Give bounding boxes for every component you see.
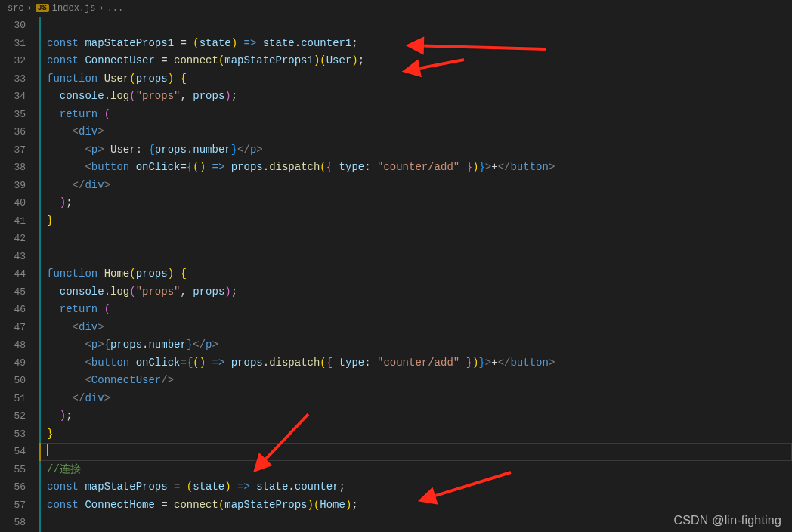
line-number: 47	[0, 319, 26, 337]
code-line[interactable]: return (	[39, 106, 792, 124]
code-line[interactable]	[39, 248, 792, 266]
line-number: 46	[0, 301, 26, 319]
code-line[interactable]: function Home(props) {	[39, 265, 792, 283]
code-line[interactable]: <p>{props.number}</p>	[39, 336, 792, 354]
line-number: 52	[0, 407, 26, 425]
code-line[interactable]: console.log("props", props);	[39, 88, 792, 106]
line-number: 35	[0, 106, 26, 124]
line-number: 33	[0, 70, 26, 88]
code-line[interactable]: <ConnectUser/>	[39, 372, 792, 390]
line-number: 43	[0, 248, 26, 266]
watermark: CSDN @lin-fighting	[673, 514, 781, 527]
code-line[interactable]: }	[39, 425, 792, 444]
js-file-icon: JS	[36, 4, 49, 12]
line-number: 37	[0, 141, 26, 159]
code-line[interactable]: const ConnectHome = connect(mapStateProp…	[39, 496, 792, 515]
line-number: 42	[0, 230, 26, 248]
line-number: 50	[0, 372, 26, 390]
code-area[interactable]: const mapStateProps1 = (state) => state.…	[39, 17, 792, 532]
line-number: 53	[0, 425, 26, 444]
code-editor[interactable]: 3031323334353637383940414243444546474849…	[0, 17, 792, 532]
line-number: 48	[0, 336, 26, 354]
chevron-right-icon: ›	[98, 3, 104, 14]
breadcrumb-tail[interactable]: ...	[107, 3, 124, 14]
line-number: 49	[0, 354, 26, 373]
line-number: 45	[0, 283, 26, 302]
code-line[interactable]: );	[39, 407, 792, 425]
code-line[interactable]: <button onClick={() => props.dispatch({ …	[39, 354, 792, 373]
line-number: 31	[0, 35, 26, 53]
line-number: 51	[0, 390, 26, 408]
line-number: 34	[0, 88, 26, 106]
code-line[interactable]: <div>	[39, 319, 792, 337]
code-line[interactable]: </div>	[39, 390, 792, 408]
line-number-gutter: 3031323334353637383940414243444546474849…	[0, 17, 39, 532]
line-number: 55	[0, 461, 26, 479]
code-line[interactable]: console.log("props", props);	[39, 283, 792, 302]
line-number: 30	[0, 17, 26, 35]
code-line[interactable]: //连接	[39, 461, 792, 479]
line-number: 36	[0, 123, 26, 141]
code-line[interactable]: <div>	[39, 123, 792, 141]
code-line[interactable]: const mapStateProps = (state) => state.c…	[39, 478, 792, 496]
code-line[interactable]: return (	[39, 301, 792, 319]
code-line[interactable]: const ConnectUser = connect(mapStateProp…	[39, 52, 792, 70]
line-number: 32	[0, 52, 26, 70]
code-line[interactable]: const mapStateProps1 = (state) => state.…	[39, 35, 792, 53]
line-number: 40	[0, 194, 26, 212]
code-line[interactable]: </div>	[39, 177, 792, 195]
line-number: 41	[0, 212, 26, 230]
line-number: 38	[0, 159, 26, 177]
code-line[interactable]	[39, 230, 792, 248]
code-line[interactable]: <button onClick={() => props.dispatch({ …	[39, 159, 792, 177]
line-number: 56	[0, 478, 26, 496]
breadcrumb: src › JS index.js › ...	[0, 0, 792, 17]
code-line[interactable]	[39, 443, 792, 461]
line-number: 58	[0, 514, 26, 532]
code-line[interactable]	[39, 17, 792, 35]
code-line[interactable]: }	[39, 212, 792, 230]
breadcrumb-folder[interactable]: src	[8, 3, 24, 14]
line-number: 39	[0, 177, 26, 195]
code-line[interactable]: <p> User: {props.number}</p>	[39, 141, 792, 159]
code-line[interactable]: function User(props) {	[39, 70, 792, 88]
chevron-right-icon: ›	[27, 3, 32, 14]
line-number: 57	[0, 496, 26, 515]
breadcrumb-file[interactable]: index.js	[52, 3, 96, 14]
line-number: 44	[0, 265, 26, 283]
code-line[interactable]: );	[39, 194, 792, 212]
line-number: 54	[0, 443, 26, 461]
